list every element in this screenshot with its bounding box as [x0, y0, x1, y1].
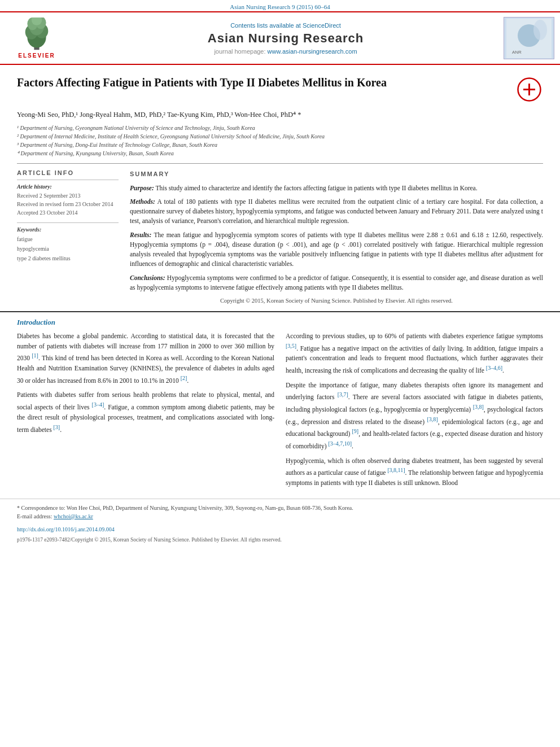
correspondence-text: * Correspondence to: Won Hee Choi, PhD, …: [17, 504, 543, 512]
intro-right: According to previous studies, up to 60%…: [286, 331, 543, 493]
article-info-summary-cols: ARTICLE INFO Article history: Received 2…: [17, 169, 543, 305]
svg-text:ANR: ANR: [512, 50, 522, 55]
affiliation-3: ³ Department of Nursing, Dong-Eui Instit…: [17, 141, 543, 149]
journal-title: Asian Nursing Research: [68, 31, 504, 46]
intro-left-p2: Patients with diabetes suffer from serio…: [17, 390, 274, 435]
svg-point-10: [533, 20, 547, 40]
keywords-label: Keywords:: [17, 226, 119, 233]
email-line: E-mail address: whchoi@ks.ac.kr: [17, 512, 543, 521]
summary-col: SUMMARY Purpose: This study aimed to cha…: [130, 169, 543, 305]
intro-right-p3: Hypoglycemia, which is often observed du…: [286, 456, 543, 488]
summary-results: Results: The mean fatigue and hypoglycem…: [130, 230, 543, 269]
history-label: Article history:: [17, 184, 119, 190]
journal-logo-right: ANR: [504, 17, 554, 59]
citation-text: Asian Nursing Research 9 (2015) 60–64: [230, 3, 330, 10]
article-main: Factors Affecting Fatigue in Patients wi…: [0, 65, 560, 311]
doi-link[interactable]: http://dx.doi.org/10.1016/j.anr.2014.09.…: [17, 526, 115, 532]
homepage-link[interactable]: www.asian-nursingresearch.com: [268, 48, 357, 55]
accepted-date: Accepted 23 October 2014: [17, 208, 119, 217]
elsevier-tree-icon: [14, 18, 59, 51]
affiliation-4: ⁴ Department of Nursing, Kyungsung Unive…: [17, 149, 543, 158]
elsevier-logo: ELSEVIER: [6, 18, 68, 59]
article-info: ARTICLE INFO Article history: Received 2…: [17, 169, 119, 305]
revised-date: Received in revised form 23 October 2014: [17, 200, 119, 208]
contents-available: Contents lists available at ScienceDirec…: [68, 22, 504, 29]
summary-copyright: Copyright © 2015, Korean Society of Nurs…: [130, 296, 543, 305]
divider-1: [17, 163, 543, 164]
intro-left: Diabetes has become a global pandemic. A…: [17, 331, 274, 493]
article-title-row: Factors Affecting Fatigue in Patients wi…: [17, 75, 543, 103]
keyword-3: type 2 diabetes mellitus: [17, 254, 119, 263]
summary-purpose: Purpose: This study aimed to characteriz…: [130, 184, 543, 193]
keyword-1: fatigue: [17, 234, 119, 244]
affiliation-2: ² Department of Internal Medicine, Insti…: [17, 132, 543, 141]
summary-heading: SUMMARY: [130, 169, 543, 179]
intro-heading: Introduction: [17, 318, 543, 327]
summary-conclusions: Conclusions: Hypoglycemia symptoms were …: [130, 273, 543, 293]
article-info-heading: ARTICLE INFO: [17, 169, 119, 176]
crossmark: [515, 75, 543, 103]
keyword-2: hypoglycemia: [17, 244, 119, 254]
citation-line: Asian Nursing Research 9 (2015) 60–64: [0, 0, 560, 11]
footer-doi: http://dx.doi.org/10.1016/j.anr.2014.09.…: [0, 524, 560, 535]
elsevier-label: ELSEVIER: [18, 53, 55, 59]
affiliation-1: ¹ Department of Nursing, Gyeongnam Natio…: [17, 124, 543, 132]
intro-cols: Diabetes has become a global pandemic. A…: [17, 331, 543, 493]
journal-title-block: Contents lists available at ScienceDirec…: [68, 22, 504, 55]
summary-methods: Methods: A total of 180 patients with ty…: [130, 197, 543, 226]
keywords-block: Keywords: fatigue hypoglycemia type 2 di…: [17, 222, 119, 263]
affiliations: ¹ Department of Nursing, Gyeongnam Natio…: [17, 124, 543, 158]
authors: Yeong-Mi Seo, PhD,¹ Jong-Ryeal Hahm, MD,…: [17, 109, 543, 120]
footer-notes: * Correspondence to: Won Hee Choi, PhD, …: [0, 499, 560, 524]
intro-right-p1: According to previous studies, up to 60%…: [286, 331, 543, 376]
introduction-section: Introduction Diabetes has become a globa…: [0, 311, 560, 499]
intro-right-p2: Despite the importance of fatigue, many …: [286, 381, 543, 452]
intro-left-p1: Diabetes has become a global pandemic. A…: [17, 331, 274, 386]
article-history: Article history: Received 2 September 20…: [17, 180, 119, 217]
received-date: Received 2 September 2013: [17, 191, 119, 200]
journal-header: ELSEVIER Contents lists available at Sci…: [0, 11, 560, 65]
email-link[interactable]: whchoi@ks.ac.kr: [54, 513, 93, 519]
journal-homepage: journal homepage: www.asian-nursingresea…: [68, 48, 504, 55]
article-title: Factors Affecting Fatigue in Patients wi…: [17, 75, 504, 90]
footer-bottom: p1976-1317 e2093-7482/Copyright © 2015, …: [0, 535, 560, 547]
page: Asian Nursing Research 9 (2015) 60–64 EL…: [0, 0, 560, 747]
